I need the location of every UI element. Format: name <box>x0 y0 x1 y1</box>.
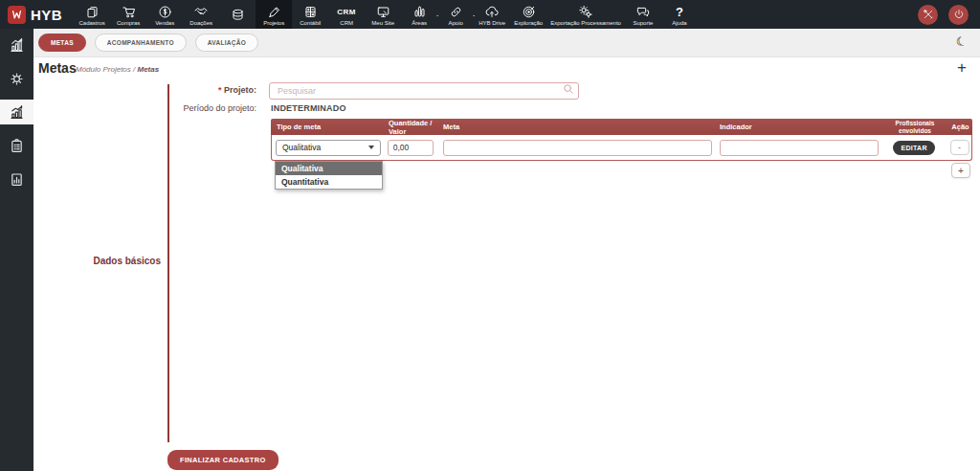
menu-item-crm[interactable]: CRM CRM <box>328 0 365 29</box>
menu-item-financeiro[interactable] <box>219 0 256 29</box>
clipboard-check-icon <box>9 138 25 154</box>
cart-icon <box>122 5 136 19</box>
tipo-de-meta-selected-value: Qualitativa <box>282 143 321 152</box>
page-title: Metas <box>38 60 77 76</box>
table-header-row: Tipo de meta Quantidade / Valor Meta Ind… <box>271 119 972 135</box>
power-icon <box>953 9 965 20</box>
monitor-icon <box>376 5 390 19</box>
breadcrumb-current: Metas <box>137 65 159 74</box>
dark-mode-toggle-icon[interactable]: ☾ <box>955 34 969 51</box>
projeto-search-input[interactable] <box>269 82 579 100</box>
settings-tools-button[interactable] <box>918 5 938 25</box>
dollar-icon <box>158 5 172 19</box>
tab-metas[interactable]: METAS <box>38 34 86 52</box>
header-meta: Meta <box>437 123 714 131</box>
breadcrumb: Módulo Projetos / Metas <box>76 65 159 74</box>
sidebar-item-idea[interactable] <box>0 66 33 91</box>
editar-button[interactable]: EDITAR <box>893 141 934 155</box>
indicador-input[interactable] <box>720 140 879 156</box>
analytics-icon <box>9 37 25 54</box>
menu-item-exploracao[interactable]: Exploração <box>510 0 546 29</box>
coins-icon <box>231 8 245 22</box>
projeto-label: * Projeto: <box>105 85 256 95</box>
sidebar-item-checklist[interactable] <box>0 133 33 158</box>
menu-item-ajuda[interactable]: ? Ajuda <box>661 0 698 29</box>
handshake-icon <box>193 5 209 19</box>
menu-item-hyb-drive[interactable]: HYB Drive <box>474 0 510 29</box>
add-row-button[interactable]: + <box>951 163 970 178</box>
header-tipo-de-meta: Tipo de meta <box>271 123 383 131</box>
menu-item-projetos[interactable]: Projetos <box>256 0 292 29</box>
dropdown-option-qualitativa[interactable]: Qualitativa <box>276 162 382 175</box>
periodo-label: Período do projeto: <box>105 103 256 113</box>
menu-item-apoio[interactable]: Apoio . <box>437 0 474 29</box>
menu-item-doacoes[interactable]: Doações <box>183 0 219 29</box>
add-button-top[interactable]: + <box>953 58 970 78</box>
sidebar <box>0 29 33 471</box>
remove-row-button[interactable]: - <box>950 140 969 155</box>
menu-item-compras[interactable]: Compras <box>110 0 146 29</box>
chat-icon <box>635 5 651 19</box>
section-divider-line <box>167 84 169 442</box>
target-icon <box>522 5 536 19</box>
header-indicador: Indicador <box>714 123 881 131</box>
menu-item-cadastros[interactable]: Cadastros <box>74 0 110 29</box>
cloud-upload-icon <box>484 5 500 19</box>
meta-input[interactable] <box>443 140 712 156</box>
crm-text-icon: CRM <box>337 5 356 19</box>
columns-icon <box>412 5 427 19</box>
chevron-down-icon <box>368 146 374 149</box>
finalizar-cadastro-button[interactable]: FINALIZAR CADASTRO <box>167 450 278 470</box>
question-icon: ? <box>676 5 683 19</box>
menu-item-contabil[interactable]: Contábil <box>292 0 328 29</box>
app-logo-text: HYB <box>31 7 62 23</box>
sidebar-item-reports[interactable] <box>0 167 33 191</box>
required-asterisk: * <box>218 85 222 95</box>
tipo-de-meta-select[interactable]: Qualitativa <box>276 140 381 156</box>
documents-icon <box>85 5 100 19</box>
menu-item-exportacao-processamento[interactable]: Exportação Processamento <box>546 0 625 29</box>
dropdown-option-quantitativa[interactable]: Quantitativa <box>276 175 382 189</box>
tipo-de-meta-dropdown: Qualitativa Quantitativa <box>275 161 383 190</box>
sidebar-item-metas[interactable] <box>0 100 33 124</box>
app-logo[interactable]: HYB <box>0 0 74 29</box>
tabbar: METAS ACOMPANHAMENTO AVALIAÇÃO ☾ <box>33 29 980 57</box>
topbar: HYB Cadastros Compras Vendas Doações Pro… <box>0 0 980 29</box>
link-icon <box>449 5 463 19</box>
calculator-icon <box>303 5 318 19</box>
logout-power-button[interactable] <box>948 5 969 25</box>
metas-table: Tipo de meta Quantidade / Valor Meta Ind… <box>271 119 972 161</box>
menu-item-meu-site[interactable]: Meu Site <box>365 0 401 29</box>
periodo-value: INDETERMINADO <box>271 103 346 113</box>
idea-gear-icon <box>9 71 25 87</box>
hyb-logo-icon <box>8 6 26 24</box>
topbar-actions <box>918 0 980 29</box>
pencil-icon <box>267 5 281 19</box>
search-icon <box>563 83 574 95</box>
gears-icon <box>578 5 593 19</box>
projeto-search-wrap <box>269 80 579 98</box>
tab-avaliacao[interactable]: AVALIAÇÃO <box>195 34 258 52</box>
header-acao: Ação <box>948 123 972 131</box>
growth-chart-icon <box>9 104 25 121</box>
table-row: Qualitativa EDITAR - <box>271 135 972 161</box>
header-quantidade-valor: Quantidade / Valor <box>383 119 437 136</box>
quantidade-valor-input[interactable] <box>388 140 434 156</box>
menu-item-suporte[interactable]: Suporte <box>625 0 661 29</box>
header-profissionais-envolvidos: Profissionais envolvidos <box>881 120 948 134</box>
report-document-icon <box>9 171 25 188</box>
breadcrumb-prefix: Módulo Projetos / <box>76 65 137 74</box>
menu-item-vendas[interactable]: Vendas <box>146 0 183 29</box>
sidebar-item-analytics[interactable] <box>0 33 33 57</box>
tools-icon <box>923 9 934 20</box>
menu-item-areas[interactable]: Áreas . <box>401 0 437 29</box>
tab-acompanhamento[interactable]: ACOMPANHAMENTO <box>95 34 187 52</box>
topbar-menu: Cadastros Compras Vendas Doações Projeto… <box>74 0 698 29</box>
